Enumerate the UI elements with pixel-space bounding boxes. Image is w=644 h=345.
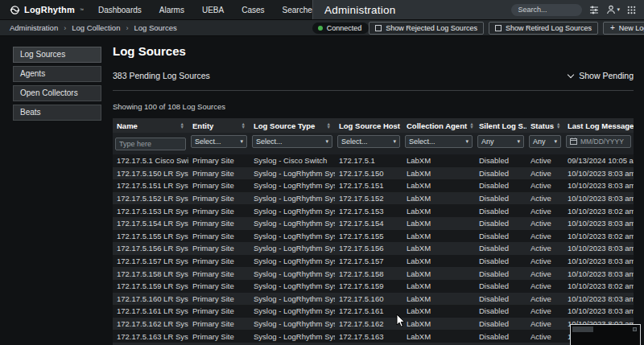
page-title: Log Sources — [113, 44, 634, 58]
table-cell: 172.17.5.154 LR Sysl... — [113, 219, 188, 228]
nav-item-searches[interactable]: Searches — [283, 6, 316, 14]
logrhythm-logo[interactable]: LogRhythm ™ — [10, 5, 84, 15]
table-cell: 10/10/2023 8:02 am — [564, 207, 634, 216]
table-cell: 172.17.5.151 LR Sysl... — [113, 181, 188, 190]
calendar-icon — [570, 138, 577, 146]
filter-dropdown[interactable]: Any▾ — [529, 135, 561, 148]
table-cell: LabXM — [402, 232, 475, 240]
table-row[interactable]: 172.17.5.156 LR Sysl...Primary SiteSyslo… — [113, 242, 634, 255]
table-cell: 172.17.5.157 — [335, 257, 402, 265]
table-row[interactable]: 172.17.5.1 Cisco Switc...Primary SiteSys… — [113, 154, 634, 167]
filter-dropdown-value: Select... — [341, 138, 368, 146]
column-header-silent-log-s-[interactable]: Silent Log S...▲▼ — [475, 118, 526, 133]
table-cell: Primary Site — [188, 257, 250, 265]
sliders-icon[interactable] — [589, 5, 599, 14]
dropdown-caret-icon: ▾ — [325, 138, 328, 145]
table-row[interactable]: 172.17.5.155 LR Sysl...Primary SiteSyslo… — [113, 230, 634, 243]
table-row[interactable]: 172.17.5.152 LR Sysl...Primary SiteSyslo… — [113, 192, 634, 205]
checkbox-icon — [495, 25, 502, 31]
table-cell: LabXM — [402, 219, 475, 228]
table-cell: 10/10/2023 8:03 am — [564, 181, 634, 190]
table-cell: 10/10/2023 8:02 am — [564, 232, 634, 240]
nav-item-ueba[interactable]: UEBA — [202, 6, 224, 14]
apps-grid-icon[interactable] — [627, 6, 636, 14]
filter-dropdown[interactable]: Select...▾ — [337, 135, 400, 148]
show-retired-checkbox[interactable]: Show Retired Log Sources — [489, 22, 598, 35]
table-row[interactable]: 172.17.5.151 LR Sysl...Primary SiteSyslo… — [113, 179, 634, 192]
table-cell: Syslog - LogRhythm Syslog Ge... — [250, 306, 335, 315]
nav-item-dashboards[interactable]: Dashboards — [98, 6, 142, 14]
breadcrumb-item[interactable]: Log Collection — [72, 23, 120, 32]
table-row[interactable]: 172.17.5.153 LR Sysl...Primary SiteSyslo… — [113, 204, 634, 217]
date-filter-input[interactable]: MM/DD/YYYY — [566, 135, 631, 148]
table-cell: Syslog - LogRhythm Syslog Ge... — [250, 181, 335, 190]
table-row[interactable]: 172.17.5.159 LR Sysl...Primary SiteSyslo… — [113, 280, 634, 293]
table-cell: 172.17.5.162 LR Sysl... — [113, 319, 188, 328]
show-pending-toggle[interactable]: Show Pending — [568, 71, 634, 80]
breadcrumb-separator-icon: › — [126, 24, 128, 32]
column-header-name[interactable]: Name▲▼ — [113, 118, 188, 133]
nav-item-cases[interactable]: Cases — [242, 6, 264, 14]
table-cell: Active — [526, 294, 564, 303]
pending-count-label: 383 Pending Log Sources — [113, 71, 210, 80]
show-rejected-checkbox[interactable]: Show Rejected Log Sources — [369, 22, 484, 35]
breadcrumb-item[interactable]: Log Sources — [134, 23, 176, 32]
table-row[interactable]: 172.17.5.162 LR Sysl...Primary SiteSyslo… — [113, 318, 634, 331]
filter-dropdown[interactable]: Select...▾ — [191, 135, 247, 148]
table-cell: 172.17.5.155 LR Sysl... — [113, 232, 188, 240]
column-header-log-source-host[interactable]: Log Source Host▲▼ — [335, 118, 402, 133]
table-row[interactable]: 172.17.5.154 LR Sysl...Primary SiteSyslo… — [113, 217, 634, 230]
table-row[interactable]: 172.17.5.158 LR Sysl...Primary SiteSyslo… — [113, 267, 634, 280]
column-header-collection-agent[interactable]: Collection Agent▲▼ — [402, 118, 475, 133]
table-cell: Syslog - LogRhythm Syslog Ge... — [250, 244, 335, 253]
showing-count-label: Showing 100 of 108 Log Sources — [113, 102, 634, 111]
table-cell: 172.17.5.162 — [335, 319, 402, 328]
table-cell: 172.17.5.158 — [335, 269, 402, 278]
column-header-status[interactable]: Status▲▼ — [526, 118, 564, 133]
show-retired-label: Show Retired Log Sources — [506, 24, 592, 32]
table-cell: Disabled — [475, 169, 526, 178]
table-cell: Primary Site — [188, 281, 250, 290]
sidebar-item-beats[interactable]: Beats — [13, 105, 101, 121]
table-row[interactable]: 172.17.5.163 LR Sysl...Primary SiteSyslo… — [113, 330, 634, 343]
new-log-source-button[interactable]: + New Log Source — [603, 22, 644, 35]
column-header-label: Last Log Message — [568, 121, 634, 130]
filter-dropdown[interactable]: Select...▾ — [252, 135, 332, 148]
filter-dropdown[interactable]: Any▾ — [477, 135, 524, 148]
table-cell: 172.17.5.163 — [335, 332, 402, 341]
sidebar-item-agents[interactable]: Agents — [13, 66, 101, 82]
breadcrumb-item[interactable]: Administration — [10, 23, 58, 32]
sidebar-item-open-collectors[interactable]: Open Collectors — [13, 85, 101, 101]
column-header-last-log-message[interactable]: Last Log Message▲▼ — [564, 118, 634, 133]
name-filter-input[interactable] — [115, 138, 186, 150]
filter-cell: Select...▾ — [402, 135, 475, 150]
sub-header-bar: Administration›Log Collection›Log Source… — [0, 19, 644, 36]
table-cell: Active — [526, 257, 564, 265]
brand-name: LogRhythm — [24, 5, 75, 14]
brand-trademark: ™ — [80, 7, 84, 12]
sidebar-item-log-sources[interactable]: Log Sources — [13, 47, 101, 63]
table-row[interactable]: 172.17.5.161 LR Sysl...Primary SiteSyslo… — [113, 305, 634, 318]
column-header-entity[interactable]: Entity▲▼ — [188, 118, 250, 133]
nav-item-alarms[interactable]: Alarms — [159, 6, 184, 14]
dropdown-caret-icon: ▾ — [517, 138, 520, 145]
screen-preview-dot — [633, 327, 637, 331]
filter-dropdown[interactable]: Select...▾ — [405, 135, 473, 148]
filter-dropdown-value: Any — [533, 138, 546, 146]
table-row[interactable]: 172.17.5.157 LR Sysl...Primary SiteSyslo… — [113, 255, 634, 268]
topnav-tools: ▾ — [511, 4, 636, 16]
table-cell: Active — [526, 332, 564, 341]
subbar-actions: Show Rejected Log Sources Show Retired L… — [369, 22, 644, 35]
table-row[interactable]: 172.17.5.150 LR Sysl...Primary SiteSyslo… — [113, 167, 634, 180]
user-menu-icon[interactable]: ▾ — [606, 5, 620, 14]
column-header-log-source-type[interactable]: Log Source Type▲▼ — [250, 118, 335, 133]
table-cell: Disabled — [475, 332, 526, 341]
global-search-input[interactable] — [511, 4, 582, 16]
table-body: 172.17.5.1 Cisco Switc...Primary SiteSys… — [113, 154, 634, 345]
table-cell: Primary Site — [188, 169, 250, 178]
table-cell: Active — [526, 181, 564, 190]
table-cell: Active — [526, 306, 564, 315]
table-row[interactable]: 172.17.5.160 LR Sysl...Primary SiteSyslo… — [113, 293, 634, 306]
table-cell: 172.17.5.156 — [335, 244, 402, 253]
table-cell: Disabled — [475, 319, 526, 328]
